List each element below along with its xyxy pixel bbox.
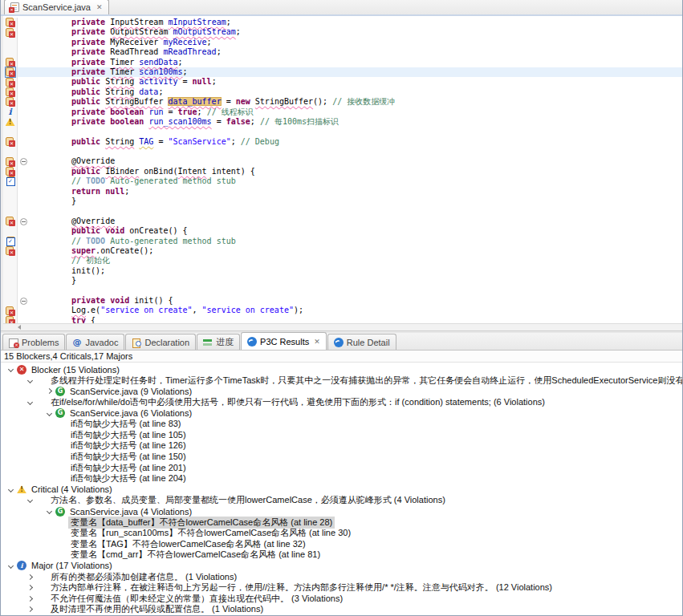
code-text[interactable]: public String data; — [30, 87, 163, 97]
tree-item-label[interactable]: if语句缺少大括号 (at line 204) — [68, 472, 189, 484]
code-line[interactable]: public void onCreate() { — [3, 226, 682, 236]
tree-item[interactable]: 变量名【TAG】不符合lowerCamelCase命名风格 (at line 3… — [1, 539, 682, 550]
panel-tab-javadoc[interactable]: Javadoc — [66, 334, 124, 350]
code-line[interactable]: private boolean run_scan100ms = false; /… — [3, 117, 682, 127]
tree-item[interactable]: ✕Blocker (15 Violations) — [1, 364, 682, 375]
tree-item[interactable]: if语句缺少大括号 (at line 150) — [1, 452, 682, 463]
panel-tab-p3c-results[interactable]: P3C Results✕ — [241, 332, 327, 350]
tree-item[interactable]: 变量名【run_scan100ms】不符合lowerCamelCase命名风格 … — [1, 528, 682, 539]
code-text[interactable]: init(); — [30, 266, 105, 276]
chevron-down-icon[interactable] — [23, 498, 36, 502]
code-line[interactable]: private boolean run = true; // 线程标识 — [3, 107, 682, 117]
tree-item-label[interactable]: Major (17 Violations) — [29, 561, 115, 570]
tree-item-label[interactable]: ScanService.java (9 Violations) — [67, 387, 194, 396]
code-line[interactable]: Log.e("service on create", "service on c… — [3, 306, 682, 315]
code-line[interactable]: public StringBuffer data_buffer = new St… — [3, 97, 682, 107]
code-line[interactable]: // 初始化 — [3, 256, 682, 265]
chevron-down-icon[interactable] — [23, 400, 36, 404]
code-text[interactable]: // TODO Auto-generated method stub — [30, 237, 236, 246]
tree-item[interactable]: 变量名【data_buffer】不符合lowerCamelCase命名风格 (a… — [1, 517, 682, 528]
code-text[interactable]: private InputStream mInputStream; — [30, 18, 231, 27]
chevron-down-icon[interactable] — [4, 367, 17, 371]
tree-item-label[interactable]: 变量名【cmd_arr】不符合lowerCamelCase命名风格 (at li… — [68, 549, 323, 561]
scroll-left-arrow-icon[interactable] — [18, 325, 21, 330]
code-text[interactable]: // 初始化 — [30, 256, 110, 265]
horizontal-scrollbar[interactable] — [3, 323, 682, 330]
collapse-icon[interactable] — [20, 158, 27, 165]
violation-marker-icon[interactable] — [6, 157, 15, 167]
code-text[interactable]: private boolean run = true; // 线程标识 — [30, 107, 254, 117]
task-marker-icon[interactable] — [6, 237, 15, 246]
code-line[interactable]: super.onCreate(); — [3, 246, 682, 256]
code-line[interactable]: // TODO Auto-generated method stub — [3, 176, 682, 186]
code-line[interactable]: @Override — [3, 156, 682, 166]
panel-tab-rule-detail[interactable]: Rule Detail — [327, 334, 396, 350]
code-text[interactable]: private OutputStream mOutputStream; — [30, 27, 241, 37]
tree-item[interactable]: GScanService.java (4 Violations) — [1, 506, 682, 517]
code-text[interactable]: Log.e("service on create", "service on c… — [30, 306, 303, 315]
code-text[interactable]: private Timer sendData; — [30, 58, 183, 67]
tree-item[interactable]: if语句缺少大括号 (at line 105) — [1, 430, 682, 441]
chevron-right-icon[interactable] — [23, 607, 36, 611]
code-line[interactable]: } — [3, 276, 682, 286]
code-text[interactable]: private boolean run_scan100ms = false; /… — [30, 117, 339, 127]
code-text[interactable]: public void onCreate() { — [30, 226, 188, 236]
tree-item[interactable]: if语句缺少大括号 (at line 201) — [1, 462, 682, 473]
code-area[interactable]: private InputStream mInputStream;private… — [3, 16, 682, 326]
code-text[interactable]: } — [30, 197, 76, 206]
chevron-right-icon[interactable] — [23, 586, 36, 590]
code-line[interactable]: private void init() { — [3, 296, 682, 306]
code-line[interactable] — [3, 206, 682, 216]
tree-item-label[interactable]: Blocker (15 Violations) — [29, 365, 122, 375]
code-line[interactable]: } — [3, 197, 682, 206]
tree-item-label[interactable]: ScanService.java (6 Violations) — [67, 408, 194, 418]
tree-item-label[interactable]: 在if/else/for/while/do语句中必须使用大括号，即使只有一行代码… — [48, 396, 547, 408]
code-line[interactable]: private Timer sendData; — [3, 58, 682, 67]
chevron-right-icon[interactable] — [23, 597, 36, 601]
code-line[interactable] — [3, 147, 682, 156]
tree-item[interactable]: 不允许任何魔法值（即未经定义的常量）直接出现在代码中。 (3 Violation… — [1, 593, 682, 604]
code-line[interactable]: private OutputStream mOutputStream; — [3, 27, 682, 37]
violation-marker-icon[interactable] — [6, 78, 15, 87]
tree-item[interactable]: 方法名、参数名、成员变量、局部变量都统一使用lowerCamelCase，必须遵… — [1, 495, 682, 506]
chevron-right-icon[interactable] — [23, 575, 36, 579]
violation-marker-icon[interactable] — [6, 167, 15, 176]
code-text[interactable]: super.onCreate(); — [30, 246, 153, 256]
violation-marker-icon[interactable] — [6, 137, 15, 147]
chevron-right-icon[interactable] — [43, 389, 55, 393]
chevron-down-icon[interactable] — [23, 379, 36, 383]
violation-marker-icon[interactable] — [6, 67, 15, 77]
code-editor[interactable]: private InputStream mInputStream;private… — [1, 16, 682, 330]
tree-item-label[interactable]: Critical (4 Violations) — [29, 484, 115, 494]
panel-tab--[interactable]: 进度 — [197, 334, 240, 350]
tree-item[interactable]: 在if/else/for/while/do语句中必须使用大括号，即使只有一行代码… — [1, 397, 682, 408]
close-icon[interactable]: ✕ — [96, 3, 103, 11]
tree-item[interactable]: if语句缺少大括号 (at line 126) — [1, 440, 682, 452]
violation-marker-icon[interactable] — [6, 306, 15, 316]
code-line[interactable]: private InputStream mInputStream; — [3, 18, 682, 27]
code-text[interactable]: private MyReceiver myReceive; — [30, 38, 212, 47]
tree-item[interactable]: if语句缺少大括号 (at line 204) — [1, 473, 682, 484]
code-line[interactable]: private ReadThread mReadThread; — [3, 47, 682, 57]
code-line[interactable]: public String activity = null; — [3, 77, 682, 87]
violation-marker-icon[interactable] — [6, 246, 15, 256]
code-text[interactable]: // TODO Auto-generated method stub — [30, 176, 236, 186]
code-text[interactable]: public IBinder onBind(Intent intent) { — [30, 167, 255, 176]
collapse-icon[interactable] — [20, 298, 27, 305]
tree-item[interactable]: Critical (4 Violations) — [1, 484, 682, 496]
code-line[interactable] — [3, 127, 682, 136]
tree-item[interactable]: if语句缺少大括号 (at line 83) — [1, 419, 682, 430]
tree-item-label[interactable]: 方法名、参数名、成员变量、局部变量都统一使用lowerCamelCase，必须遵… — [48, 494, 448, 506]
task-marker-icon[interactable] — [6, 176, 15, 186]
tree-item[interactable]: 方法内部单行注释，在被注释语句上方另起一行，使用//注释。方法内部多行注释使用/… — [1, 582, 682, 594]
code-line[interactable]: @Override — [3, 217, 682, 226]
violation-marker-icon[interactable] — [6, 217, 15, 226]
violation-marker-icon[interactable] — [6, 87, 15, 97]
code-line[interactable]: // TODO Auto-generated method stub — [3, 237, 682, 246]
tree-item-label[interactable]: 及时清理不再使用的代码段或配置信息。 (1 Violations) — [48, 603, 266, 615]
editor-tab-scanservice[interactable]: ScanService.java ✕ — [4, 0, 109, 14]
tree-item[interactable]: 及时清理不再使用的代码段或配置信息。 (1 Violations) — [1, 604, 682, 615]
code-text[interactable]: } — [30, 276, 76, 286]
code-text[interactable]: public String TAG = "ScanService"; // De… — [30, 137, 279, 147]
code-line[interactable]: public String TAG = "ScanService"; // De… — [3, 137, 682, 147]
